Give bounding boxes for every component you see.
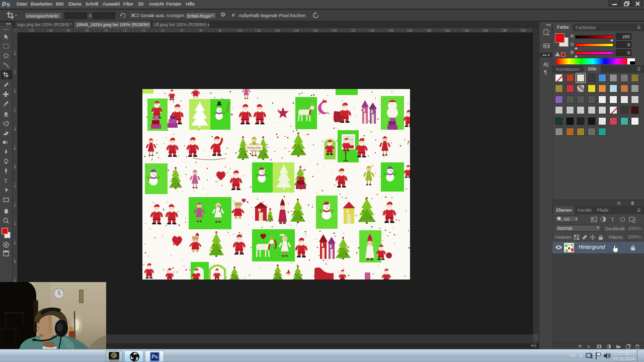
svg-text:8: 8 bbox=[219, 29, 221, 32]
svg-text:10: 10 bbox=[49, 29, 53, 32]
svg-text:12: 12 bbox=[30, 29, 34, 32]
svg-text:8: 8 bbox=[14, 260, 16, 263]
svg-text:4: 4 bbox=[14, 222, 16, 226]
svg-text:2: 2 bbox=[14, 204, 16, 207]
svg-text:28: 28 bbox=[408, 29, 412, 32]
svg-text:8: 8 bbox=[14, 165, 16, 169]
svg-text:A|: A| bbox=[543, 61, 548, 67]
svg-text:18: 18 bbox=[313, 29, 317, 32]
svg-text:30: 30 bbox=[427, 29, 431, 32]
svg-text:4: 4 bbox=[14, 52, 16, 56]
svg-text:6: 6 bbox=[14, 241, 16, 245]
svg-text:20: 20 bbox=[333, 29, 337, 32]
svg-text:2: 2 bbox=[163, 29, 165, 32]
svg-text:fx: fx bbox=[587, 344, 590, 349]
svg-text:10: 10 bbox=[238, 29, 242, 32]
svg-text:14: 14 bbox=[276, 29, 280, 32]
svg-text:22: 22 bbox=[352, 29, 356, 32]
svg-text:¶: ¶ bbox=[544, 69, 547, 75]
svg-text:4: 4 bbox=[106, 29, 108, 32]
svg-text:2: 2 bbox=[14, 71, 16, 74]
svg-text:38: 38 bbox=[503, 29, 507, 32]
svg-text:6: 6 bbox=[87, 29, 89, 32]
svg-text:16: 16 bbox=[295, 29, 299, 32]
svg-text:4: 4 bbox=[181, 29, 183, 32]
svg-text:2: 2 bbox=[124, 29, 126, 32]
svg-text:2: 2 bbox=[14, 109, 16, 113]
svg-text:36: 36 bbox=[484, 29, 488, 32]
svg-text:32: 32 bbox=[446, 29, 450, 32]
svg-text:40: 40 bbox=[522, 29, 526, 32]
svg-text:0: 0 bbox=[143, 29, 145, 32]
svg-text:12: 12 bbox=[257, 29, 261, 32]
svg-text:6: 6 bbox=[14, 147, 16, 150]
svg-text:0: 0 bbox=[14, 185, 16, 188]
svg-text:T: T bbox=[611, 217, 614, 223]
svg-text:8: 8 bbox=[68, 29, 70, 32]
svg-text:T: T bbox=[4, 177, 8, 184]
svg-text:Frohes Fest: Frohes Fest bbox=[248, 146, 261, 149]
svg-text:4: 4 bbox=[14, 128, 16, 131]
svg-text:26: 26 bbox=[389, 29, 393, 32]
svg-text:0: 0 bbox=[14, 90, 16, 94]
svg-text:6: 6 bbox=[200, 29, 202, 32]
svg-text:24: 24 bbox=[370, 29, 374, 32]
svg-text:34: 34 bbox=[465, 29, 469, 32]
